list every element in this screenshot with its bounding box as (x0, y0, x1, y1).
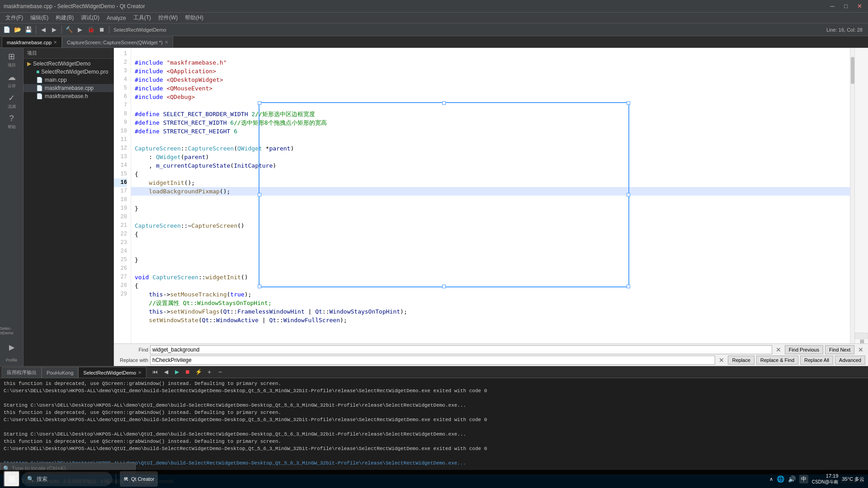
menu-analyze[interactable]: Analyze (103, 14, 130, 22)
output-line: C:\Users\DELL\Desktop\HKPOS-ALL\demo\QtU… (4, 387, 864, 394)
tray-sound: 🔊 (788, 475, 796, 483)
output-tab-pouhukong[interactable]: PouHuKong (42, 367, 78, 378)
taskbar: ⊞ 🔍 搜索 🛠 Qt Creator ∧ 🌐 🔊 中 17:19 CSDN@斗… (0, 470, 868, 488)
file-folder-root[interactable]: ▶ SelectRectWidgetDemo (24, 60, 113, 68)
sidebar-label-cloud: 云存 (8, 83, 16, 89)
replace-clear-button[interactable]: ✕ (717, 357, 726, 364)
sidebar-icon-help[interactable]: ? 帮助 (2, 112, 22, 132)
menu-bar: 文件(F) 编辑(E) 构建(B) 调试(D) Analyze 工具(T) 控件… (0, 13, 868, 23)
output-line: Starting C:\Users\DELL\Desktop\HKPOS-ALL… (4, 402, 864, 409)
output-tab-selectrect[interactable]: SelectRectWidgetDemo ✕ (78, 367, 146, 378)
help-icon: ? (9, 114, 14, 123)
right-panel-label[interactable]: 回答 (855, 333, 868, 339)
start-button[interactable]: ⊞ (4, 471, 20, 487)
taskbar-search-label: 搜索 (37, 475, 47, 483)
tray-icon-up[interactable]: ∧ (769, 476, 773, 482)
output-tab-close-select[interactable]: ✕ (138, 370, 142, 375)
file-panel-title: 项目 (27, 50, 37, 56)
output-minus-button[interactable]: − (215, 367, 225, 377)
close-button[interactable]: ✕ (854, 1, 864, 11)
toolbar-run[interactable]: ▶ (75, 25, 85, 35)
tab-capturescreen[interactable]: CaptureScreen::CaptureScreen(QWidget *) … (62, 37, 173, 47)
output-tab-appoutput[interactable]: 应用程序输出 (2, 367, 42, 378)
tray-weather: 35°C 多云 (842, 476, 864, 483)
toolbar-save[interactable]: 💾 (24, 25, 33, 35)
find-close-button[interactable]: ✕ (856, 346, 865, 353)
sidebar-icon-project[interactable]: ⊞ 项目 (2, 50, 22, 70)
toolbar-back[interactable]: ◀ (38, 25, 48, 35)
file-icon-maskbase-h: 📄 (36, 93, 43, 99)
profile-label: Profile (6, 358, 18, 362)
menu-help[interactable]: 帮助(H) (181, 13, 207, 23)
sidebar-label-project: 项目 (8, 62, 16, 68)
toolbar-open[interactable]: 📂 (13, 25, 23, 35)
replace-all-button[interactable]: Replace All (800, 356, 833, 365)
advanced-button[interactable]: Advanced (835, 356, 865, 365)
toolbar-forward[interactable]: ▶ (49, 25, 59, 35)
toolbar-stop[interactable]: ⏹ (97, 25, 107, 35)
right-collapse-panel[interactable]: 回答 (854, 48, 868, 343)
project-icon: ⊞ (8, 52, 15, 61)
file-item-main[interactable]: 📄 main.cpp (24, 76, 113, 84)
profile-run-button[interactable]: ▶ (2, 337, 22, 357)
output-tabs: 应用程序输出 PouHuKong SelectRectWidgetDemo ✕ … (0, 366, 868, 378)
tab-close-capturescreen[interactable]: ✕ (165, 40, 168, 45)
toolbar-build[interactable]: 🔨 (64, 25, 74, 35)
file-icon-main: 📄 (36, 77, 43, 83)
find-next-button[interactable]: Find Next (825, 345, 854, 354)
minimize-button[interactable]: ─ (827, 1, 837, 11)
toolbar-new[interactable]: 📄 (2, 25, 12, 35)
find-clear-button[interactable]: ✕ (774, 346, 783, 353)
menu-build[interactable]: 构建(B) (52, 13, 77, 23)
output-run-button[interactable]: ▶ (172, 367, 182, 377)
file-item-pro[interactable]: ■ SelectRectWidgetDemo.pro (24, 68, 113, 76)
find-label: Find (117, 347, 148, 352)
file-item-maskframebase-h[interactable]: 📄 maskframebase.h (24, 92, 113, 100)
editor-scrollbar[interactable] (850, 48, 854, 343)
taskbar-search[interactable]: 🔍 搜索 (22, 472, 112, 486)
output-attach-button[interactable]: ⚡ (193, 367, 203, 377)
replace-button[interactable]: Replace (728, 356, 754, 365)
find-input[interactable] (150, 345, 772, 354)
file-icon-pro: ■ (36, 69, 39, 75)
folder-name: SelectRectWidgetDemo (33, 61, 90, 67)
output-prev-button[interactable]: ◀ (161, 367, 171, 377)
tab-maskframebase[interactable]: maskframebase.cpp ✕ (2, 37, 62, 47)
file-name-maskbase: maskframebase.cpp (45, 85, 94, 91)
code-content[interactable]: #include "maskframebase.h" #include <QAp… (131, 48, 850, 343)
line-col-status: Line: 16, Col: 28 (826, 27, 866, 33)
file-name-main: main.cpp (45, 77, 67, 83)
menu-tools[interactable]: 工具(T) (130, 13, 155, 23)
replace-find-button[interactable]: Replace & Find (756, 356, 798, 365)
find-previous-button[interactable]: Find Previous (785, 345, 823, 354)
sidebar-label-help: 帮助 (8, 124, 16, 130)
code-editor[interactable]: 12345 678910 1112131415 16 17181920 2122… (114, 48, 868, 343)
replace-input[interactable] (150, 356, 715, 365)
cloud-icon: ☁ (8, 72, 16, 82)
sidebar-label-flow: 流调 (8, 104, 16, 110)
scrollbar-thumb[interactable] (851, 57, 854, 84)
output-line: C:\Users\DELL\Desktop\HKPOS-ALL\demo\QtU… (4, 416, 864, 423)
file-icon-maskbase: 📄 (36, 85, 43, 91)
file-item-maskframebase-cpp[interactable]: 📄 maskframebase.cpp (24, 84, 113, 92)
sidebar-icon-cloud[interactable]: ☁ 云存 (2, 70, 22, 90)
output-stop-button[interactable]: ⏹ (183, 367, 193, 377)
output-line: this function is deprecated, use QScreen… (4, 409, 864, 416)
tab-close-maskframebase[interactable]: ✕ (53, 40, 57, 45)
editor-area: 12345 678910 1112131415 16 17181920 2122… (114, 48, 868, 366)
output-tab-label-app: 应用程序输出 (7, 369, 37, 376)
output-rerun-button[interactable]: ⏮ (150, 367, 160, 377)
menu-edit[interactable]: 编辑(E) (27, 13, 52, 23)
menu-file[interactable]: 文件(F) (2, 13, 27, 23)
menu-widgets[interactable]: 控件(W) (155, 13, 181, 23)
tab-bar: maskframebase.cpp ✕ CaptureScreen::Captu… (0, 36, 868, 48)
menu-debug[interactable]: 调试(D) (77, 13, 103, 23)
folder-icon: ▶ (27, 61, 31, 67)
sidebar-icon-flow[interactable]: ✓ 流调 (2, 91, 22, 111)
select-demo-label: Selec-rtDemo (0, 326, 23, 335)
toolbar-debug[interactable]: 🐞 (86, 25, 96, 35)
maximize-button[interactable]: □ (841, 1, 851, 11)
file-name-maskbase-h: maskframebase.h (45, 93, 88, 99)
taskbar-app-qtcreator[interactable]: 🛠 Qt Creator (120, 471, 158, 487)
output-plus-button[interactable]: + (204, 367, 214, 377)
